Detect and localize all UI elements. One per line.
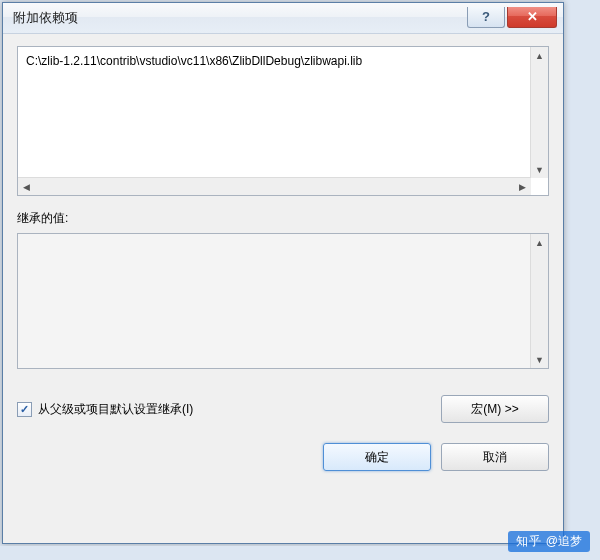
vertical-scrollbar[interactable]: ▲ ▼ [530,47,548,178]
scroll-down-icon[interactable]: ▼ [531,161,548,178]
scroll-down-icon[interactable]: ▼ [531,351,548,368]
cancel-button[interactable]: 取消 [441,443,549,471]
scroll-track[interactable] [531,64,548,161]
inherited-values-label: 继承的值: [17,210,549,227]
dialog-buttons: 确定 取消 [17,443,549,471]
scroll-up-icon[interactable]: ▲ [531,234,548,251]
watermark-brand: 知乎 [516,534,542,546]
inherit-checkbox-label[interactable]: 从父级或项目默认设置继承(I) [38,401,193,418]
scroll-left-icon[interactable]: ◀ [18,178,35,195]
scroll-track[interactable] [531,251,548,351]
inherit-row: 从父级或项目默认设置继承(I) 宏(M) >> [17,395,549,423]
ok-button[interactable]: 确定 [323,443,431,471]
scroll-right-icon[interactable]: ▶ [514,178,531,195]
title-bar[interactable]: 附加依赖项 ? ✕ [3,3,563,34]
inherit-checkbox[interactable] [17,402,32,417]
close-button[interactable]: ✕ [507,7,557,28]
help-button[interactable]: ? [467,7,505,28]
dependencies-value[interactable]: C:\zlib-1.2.11\contrib\vstudio\vc11\x86\… [18,47,548,76]
horizontal-scrollbar[interactable]: ◀ ▶ [18,177,531,195]
scroll-up-icon[interactable]: ▲ [531,47,548,64]
dependencies-textarea[interactable]: C:\zlib-1.2.11\contrib\vstudio\vc11\x86\… [17,46,549,196]
macros-button[interactable]: 宏(M) >> [441,395,549,423]
dialog-title: 附加依赖项 [13,9,467,27]
dialog-window: 附加依赖项 ? ✕ C:\zlib-1.2.11\contrib\vstudio… [2,2,564,544]
zhihu-watermark: 知乎 @追梦 [508,531,590,546]
inherited-values-content [18,234,548,246]
dialog-client-area: C:\zlib-1.2.11\contrib\vstudio\vc11\x86\… [3,34,563,543]
watermark-user: @追梦 [546,534,582,546]
vertical-scrollbar[interactable]: ▲ ▼ [530,234,548,368]
inherited-values-list: ▲ ▼ [17,233,549,369]
